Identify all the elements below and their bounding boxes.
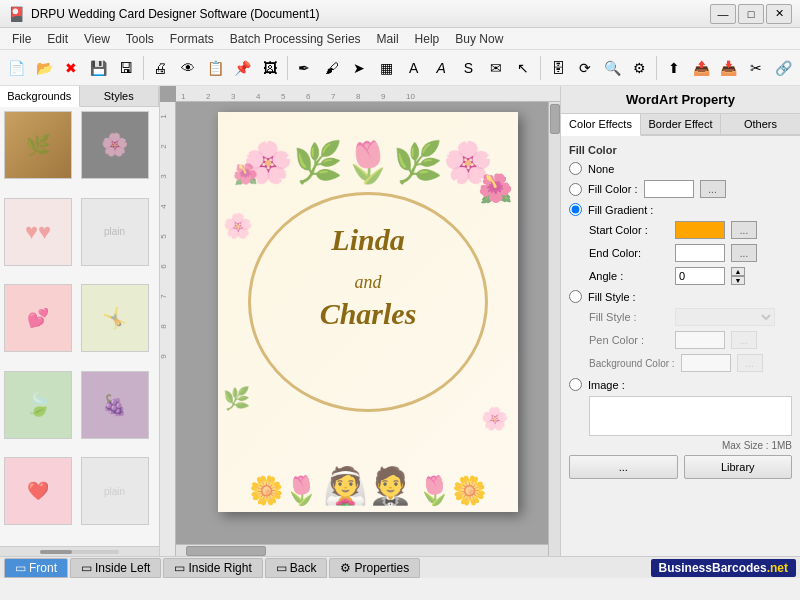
- export2-button[interactable]: 📤: [689, 54, 714, 82]
- tab-back-label: Back: [290, 561, 317, 575]
- radio-gradient-label[interactable]: Fill Gradient :: [588, 204, 653, 216]
- paint-button[interactable]: 🖌: [319, 54, 344, 82]
- menu-formats[interactable]: Formats: [162, 30, 222, 48]
- tab-color-effects[interactable]: Color Effects: [561, 114, 641, 136]
- link-button[interactable]: 🔗: [771, 54, 796, 82]
- new-button[interactable]: 📄: [4, 54, 29, 82]
- menu-help[interactable]: Help: [407, 30, 448, 48]
- fillstyle-select[interactable]: [675, 308, 775, 326]
- open-button[interactable]: 📂: [31, 54, 56, 82]
- tab-styles[interactable]: Styles: [80, 86, 160, 106]
- end-color-swatch[interactable]: [675, 244, 725, 262]
- start-color-swatch[interactable]: [675, 221, 725, 239]
- minimize-button[interactable]: —: [710, 4, 736, 24]
- sidebar-scrollbar[interactable]: [0, 546, 159, 556]
- export1-button[interactable]: ⬆: [661, 54, 686, 82]
- list-item[interactable]: 💕: [4, 284, 72, 352]
- start-color-picker-btn[interactable]: ...: [731, 221, 757, 239]
- save-as-button[interactable]: 🖫: [114, 54, 139, 82]
- menu-tools[interactable]: Tools: [118, 30, 162, 48]
- radio-fillstyle[interactable]: [569, 290, 582, 303]
- close-button[interactable]: ✕: [766, 4, 792, 24]
- radio-fillcolor-row: Fill Color : ...: [569, 180, 792, 198]
- menu-edit[interactable]: Edit: [39, 30, 76, 48]
- angle-up-btn[interactable]: ▲: [731, 267, 745, 276]
- tab-properties[interactable]: ⚙ Properties: [329, 558, 420, 578]
- fill-color-picker-btn[interactable]: ...: [700, 180, 726, 198]
- save-button[interactable]: 💾: [86, 54, 111, 82]
- tab-border-effect[interactable]: Border Effect: [641, 114, 721, 135]
- email-button[interactable]: ✉: [483, 54, 508, 82]
- tab-back[interactable]: ▭ Back: [265, 558, 328, 578]
- copy-button[interactable]: 📋: [203, 54, 228, 82]
- dots-button[interactable]: ...: [569, 455, 678, 479]
- preview-button[interactable]: 👁: [175, 54, 200, 82]
- tab-front[interactable]: ▭ Front: [4, 558, 68, 578]
- paste-button[interactable]: 📌: [230, 54, 255, 82]
- end-color-picker-btn[interactable]: ...: [731, 244, 757, 262]
- radio-none-label[interactable]: None: [588, 163, 614, 175]
- list-item[interactable]: 🍇: [81, 371, 149, 439]
- bg-color-label: Background Color :: [589, 358, 675, 369]
- list-item[interactable]: plain: [81, 457, 149, 525]
- cut-button[interactable]: ✂: [743, 54, 768, 82]
- menu-batch[interactable]: Batch Processing Series: [222, 30, 369, 48]
- max-size-text: Max Size : 1MB: [589, 440, 792, 451]
- pen-button[interactable]: ✒: [292, 54, 317, 82]
- radio-fillcolor[interactable]: [569, 183, 582, 196]
- angle-down-btn[interactable]: ▼: [731, 276, 745, 285]
- list-item[interactable]: 🌸: [81, 111, 149, 179]
- image-button[interactable]: 🖼: [257, 54, 282, 82]
- tab-inside-right[interactable]: ▭ Inside Right: [163, 558, 262, 578]
- canvas-area: 1 2 3 4 5 6 7 8 9 10 1 2 3 4 5 6 7 8 9: [160, 86, 560, 556]
- wordart-button[interactable]: A: [428, 54, 453, 82]
- cursor-button[interactable]: ↖: [511, 54, 536, 82]
- canvas-vscroll[interactable]: [548, 102, 560, 556]
- list-item[interactable]: 🤸: [81, 284, 149, 352]
- db-button[interactable]: 🗄: [545, 54, 570, 82]
- settings-button[interactable]: ⚙: [627, 54, 652, 82]
- biz-name: BusinessBarcodes: [659, 561, 767, 575]
- tab-backgrounds[interactable]: Backgrounds: [0, 86, 80, 107]
- radio-fillstyle-row: Fill Style :: [569, 290, 792, 303]
- tab-properties-label: Properties: [354, 561, 409, 575]
- radio-fillcolor-label[interactable]: Fill Color :: [588, 183, 638, 195]
- refresh-button[interactable]: ⟳: [572, 54, 597, 82]
- menu-file[interactable]: File: [4, 30, 39, 48]
- list-item[interactable]: 🍃: [4, 371, 72, 439]
- toolbar: 📄 📂 ✖ 💾 🖫 🖨 👁 📋 📌 🖼 ✒ 🖌 ➤ ▦ A A S ✉ ↖ 🗄 …: [0, 50, 800, 86]
- radio-none[interactable]: [569, 162, 582, 175]
- barcode-button[interactable]: ▦: [374, 54, 399, 82]
- tab-inside-left[interactable]: ▭ Inside Left: [70, 558, 161, 578]
- radio-image[interactable]: [569, 378, 582, 391]
- list-item[interactable]: ♥♥: [4, 198, 72, 266]
- fill-color-swatch[interactable]: [644, 180, 694, 198]
- canvas-inner[interactable]: 🌸🌿🌷🌿🌸 🌺 🌸 Linda and Charles: [176, 102, 560, 556]
- menu-view[interactable]: View: [76, 30, 118, 48]
- maximize-button[interactable]: □: [738, 4, 764, 24]
- list-item[interactable]: ❤️: [4, 457, 72, 525]
- canvas-hscroll[interactable]: [176, 544, 548, 556]
- delete-button[interactable]: ✖: [59, 54, 84, 82]
- radio-fillstyle-label[interactable]: Fill Style :: [588, 291, 636, 303]
- tab-others[interactable]: Others: [721, 114, 800, 135]
- zoom-button[interactable]: 🔍: [600, 54, 625, 82]
- radio-image-label[interactable]: Image :: [588, 379, 625, 391]
- main-area: Backgrounds Styles 🌿 🌸 ♥♥ plain 💕 🤸: [0, 86, 800, 556]
- radio-gradient[interactable]: [569, 203, 582, 216]
- bottom-buttons: ... Library: [569, 455, 792, 479]
- sidebar: Backgrounds Styles 🌿 🌸 ♥♥ plain 💕 🤸: [0, 86, 160, 556]
- image-upload-area[interactable]: [589, 396, 792, 436]
- right-panel: WordArt Property Color Effects Border Ef…: [560, 86, 800, 556]
- angle-input[interactable]: [675, 267, 725, 285]
- list-item[interactable]: 🌿: [4, 111, 72, 179]
- library-button[interactable]: Library: [684, 455, 793, 479]
- menu-buynow[interactable]: Buy Now: [447, 30, 511, 48]
- arrow-button[interactable]: ➤: [346, 54, 371, 82]
- shape-button[interactable]: S: [456, 54, 481, 82]
- export3-button[interactable]: 📥: [716, 54, 741, 82]
- print-button[interactable]: 🖨: [148, 54, 173, 82]
- list-item[interactable]: plain: [81, 198, 149, 266]
- menu-mail[interactable]: Mail: [369, 30, 407, 48]
- text-button[interactable]: A: [401, 54, 426, 82]
